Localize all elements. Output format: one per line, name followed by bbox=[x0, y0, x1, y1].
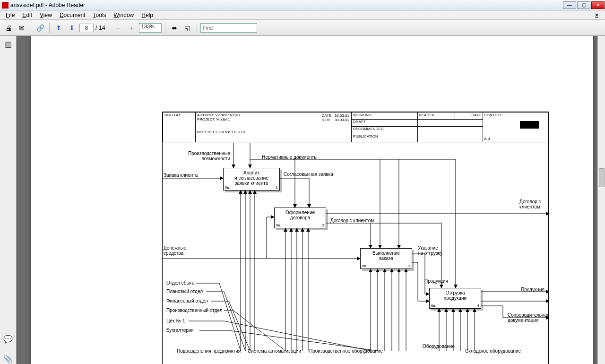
lbl-prod-possib: Производственные возможности bbox=[185, 151, 230, 161]
menu-window[interactable]: Window bbox=[110, 11, 138, 19]
lbl-product-1: Продукция bbox=[424, 278, 448, 284]
lbl-sales: Отдел сбыта bbox=[166, 280, 195, 286]
find-input[interactable] bbox=[200, 23, 257, 33]
hdr-recommended: RECOMMENDED bbox=[352, 126, 418, 134]
lbl-agreed-req: Согласованная заявка bbox=[284, 172, 333, 177]
attachments-panel-icon[interactable]: 📎 bbox=[3, 354, 13, 364]
page-total: 14 bbox=[99, 25, 105, 31]
lbl-shipment: Указание на отгрузку bbox=[418, 245, 442, 256]
lbl-docs-out: Сопроводительная документация bbox=[508, 312, 550, 323]
hdr-reader: READER bbox=[417, 112, 455, 120]
lbl-contract-out: Договор с клиентом bbox=[519, 199, 541, 209]
page-number-input[interactable] bbox=[79, 24, 94, 32]
activity-4: Отгрузка продукции 0в.4 bbox=[429, 288, 481, 309]
collaborate-icon[interactable]: 🔗 bbox=[35, 22, 46, 34]
lbl-prod-equip: Производственное оборудование bbox=[309, 348, 383, 354]
pages-panel-icon[interactable]: ▥ bbox=[3, 39, 13, 49]
zoom-out-icon[interactable]: − bbox=[112, 22, 124, 34]
lbl-warehouse: Складское оборудование bbox=[465, 348, 521, 354]
lbl-autosys: Система автоматизации bbox=[248, 348, 301, 354]
lbl-client-req: Заявка клиента bbox=[164, 173, 198, 178]
lbl-plan: Плановый отдел bbox=[166, 289, 203, 294]
app-icon bbox=[2, 2, 9, 9]
lbl-contract-top: Договор с клиентом bbox=[330, 218, 374, 223]
page-separator: / bbox=[95, 25, 97, 31]
hdr-draft: DRAFT bbox=[352, 119, 418, 127]
workspace: ▥ 💬 📎 USED AT: AUTHOR: Vladimir Repin PR… bbox=[0, 36, 605, 364]
activity-3: Выполнение заказа 0в.3 bbox=[360, 248, 412, 269]
lbl-workshop: Цех № 1 bbox=[166, 318, 185, 323]
maximize-button[interactable]: ▢ bbox=[577, 1, 590, 9]
scrollbar-thumb[interactable] bbox=[599, 168, 605, 187]
email-icon[interactable]: ✉ bbox=[16, 22, 27, 34]
lbl-finance: Финансовый отдел bbox=[166, 298, 208, 303]
menu-bar: File Edit View Document Tools Window Hel… bbox=[0, 10, 605, 20]
lbl-money: Денежные средства bbox=[164, 245, 186, 256]
diagram-arrows bbox=[163, 112, 549, 364]
hdr-context: CONTEXT: A-0 bbox=[483, 112, 549, 142]
page-up-icon[interactable]: ⬆ bbox=[53, 22, 64, 34]
toolbar: 🖨 ✉ 🔗 ⬆ ⬇ / 14 − + 133% ⬌ ◱ bbox=[0, 20, 605, 36]
minimize-button[interactable]: — bbox=[563, 1, 576, 9]
document-area[interactable]: USED AT: AUTHOR: Vladimir Repin PROJECT:… bbox=[17, 36, 605, 364]
fit-page-icon[interactable]: ◱ bbox=[182, 22, 193, 34]
zoom-in-icon[interactable]: + bbox=[126, 22, 137, 34]
print-icon[interactable]: 🖨 bbox=[3, 22, 14, 34]
close-button[interactable]: ✕ bbox=[591, 1, 605, 9]
zoom-select[interactable]: 133% bbox=[139, 23, 162, 33]
fit-width-icon[interactable]: ⬌ bbox=[169, 22, 180, 34]
lbl-product-2: Продукция bbox=[521, 287, 544, 292]
activity-1: Анализ и согласование заявки клиента 0в.… bbox=[223, 168, 280, 191]
vertical-scrollbar[interactable] bbox=[597, 36, 605, 364]
window-titlebar: arisvsidef.pdf - Adobe Reader — ▢ ✕ bbox=[0, 0, 605, 10]
menu-view[interactable]: View bbox=[36, 11, 56, 19]
lbl-production: Производственный отдел bbox=[166, 308, 222, 313]
hdr-used-at: USED AT: bbox=[163, 112, 196, 142]
nav-sidebar: ▥ 💬 📎 bbox=[0, 36, 17, 364]
activity-2: Оформление договора 0в.2 bbox=[274, 208, 326, 228]
menu-file[interactable]: File bbox=[2, 11, 18, 19]
document-close-button[interactable]: × bbox=[591, 11, 602, 19]
window-title: arisvsidef.pdf - Adobe Reader bbox=[10, 2, 85, 9]
lbl-accounting: Бухгалтерия bbox=[166, 328, 194, 333]
lbl-equip: Оборудование bbox=[423, 344, 455, 349]
comments-panel-icon[interactable]: 💬 bbox=[3, 334, 13, 344]
hdr-author-block: AUTHOR: Vladimir Repin PROJECT: Model 1 … bbox=[196, 112, 352, 142]
idef0-diagram: USED AT: AUTHOR: Vladimir Repin PROJECT:… bbox=[162, 112, 549, 364]
menu-help[interactable]: Help bbox=[138, 11, 157, 19]
hdr-date: DATE bbox=[455, 112, 483, 120]
page-down-icon[interactable]: ⬇ bbox=[66, 22, 78, 34]
lbl-subdiv: Подразделения предприятия bbox=[177, 348, 241, 354]
menu-tools[interactable]: Tools bbox=[89, 11, 110, 19]
menu-document[interactable]: Document bbox=[56, 11, 89, 19]
hdr-working: WORKING bbox=[352, 112, 418, 120]
pdf-page: USED AT: AUTHOR: Vladimir Repin PROJECT:… bbox=[31, 36, 593, 364]
lbl-norm-docs: Нормативные документы bbox=[262, 155, 318, 160]
menu-edit[interactable]: Edit bbox=[18, 11, 36, 19]
hdr-publication: PUBLICATION bbox=[352, 134, 418, 142]
